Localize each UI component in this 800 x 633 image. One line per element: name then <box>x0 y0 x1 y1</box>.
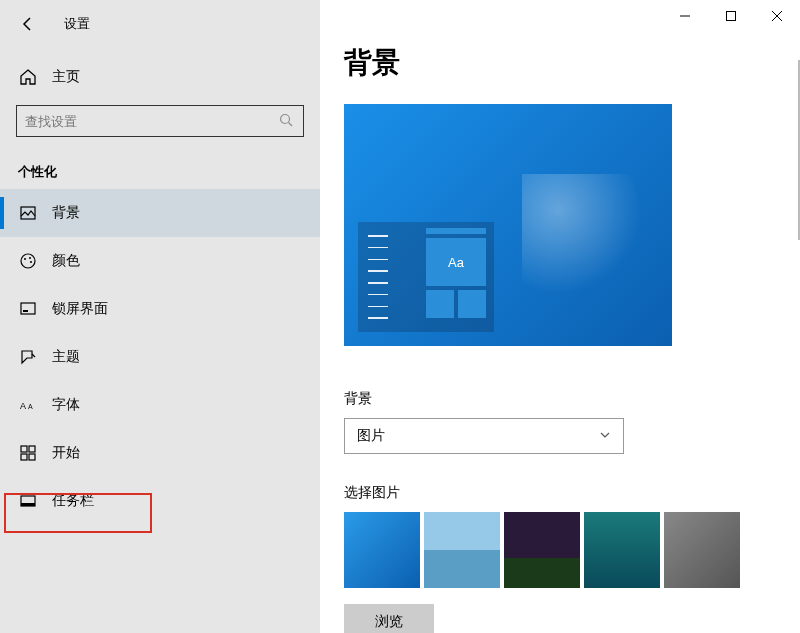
svg-rect-14 <box>29 454 35 460</box>
svg-rect-18 <box>727 12 736 21</box>
dropdown-value: 图片 <box>357 427 385 445</box>
sidebar-item-start[interactable]: 开始 <box>0 429 320 477</box>
svg-rect-13 <box>21 454 27 460</box>
sidebar-item-label: 背景 <box>52 204 80 222</box>
thumbnail[interactable] <box>584 512 660 588</box>
close-icon <box>772 11 782 21</box>
maximize-icon <box>726 11 736 21</box>
search-icon <box>279 113 295 129</box>
browse-button[interactable]: 浏览 <box>344 604 434 633</box>
palette-icon <box>18 251 38 271</box>
svg-rect-8 <box>23 310 28 312</box>
home-icon <box>18 67 38 87</box>
close-button[interactable] <box>754 0 800 32</box>
sidebar-item-label: 开始 <box>52 444 80 462</box>
sidebar-item-label: 任务栏 <box>52 492 94 510</box>
thumbnail[interactable] <box>664 512 740 588</box>
thumbnail[interactable] <box>344 512 420 588</box>
svg-rect-12 <box>29 446 35 452</box>
sidebar-item-label: 主题 <box>52 348 80 366</box>
main-content: 背景 Aa 背景 图片 选择图片 <box>320 0 800 633</box>
window-controls <box>662 0 800 32</box>
minimize-button[interactable] <box>662 0 708 32</box>
picture-thumbnails <box>344 512 800 588</box>
preview-start-menu <box>358 222 420 332</box>
search-input[interactable] <box>25 114 279 129</box>
sidebar-item-taskbar[interactable]: 任务栏 <box>0 477 320 525</box>
background-type-dropdown[interactable]: 图片 <box>344 418 624 454</box>
image-icon <box>18 203 38 223</box>
svg-text:A: A <box>20 401 26 411</box>
lockscreen-icon <box>18 299 38 319</box>
titlebar: 设置 <box>0 0 320 48</box>
sidebar-item-label: 字体 <box>52 396 80 414</box>
theme-icon <box>18 347 38 367</box>
preview-image: Aa <box>344 104 672 346</box>
svg-point-3 <box>21 254 35 268</box>
svg-rect-16 <box>21 503 35 506</box>
taskbar-icon <box>18 491 38 511</box>
preview-tiles: Aa <box>420 222 494 332</box>
svg-point-6 <box>30 261 32 263</box>
home-label: 主页 <box>52 68 80 86</box>
page-title: 背景 <box>344 44 800 82</box>
sidebar-item-label: 锁屏界面 <box>52 300 108 318</box>
thumbnail[interactable] <box>424 512 500 588</box>
sidebar-item-themes[interactable]: 主题 <box>0 333 320 381</box>
svg-line-1 <box>289 123 293 127</box>
svg-point-0 <box>281 115 290 124</box>
back-button[interactable] <box>16 12 40 36</box>
sidebar-item-lockscreen[interactable]: 锁屏界面 <box>0 285 320 333</box>
maximize-button[interactable] <box>708 0 754 32</box>
arrow-left-icon <box>20 16 36 32</box>
thumbnail[interactable] <box>504 512 580 588</box>
chevron-down-icon <box>599 428 611 444</box>
dropdown-label: 背景 <box>344 390 800 408</box>
home-nav[interactable]: 主页 <box>0 55 320 99</box>
search-input-wrap[interactable] <box>16 105 304 137</box>
window-title: 设置 <box>64 15 90 33</box>
sidebar-item-label: 颜色 <box>52 252 80 270</box>
font-icon: AA <box>18 395 38 415</box>
sidebar-item-fonts[interactable]: AA 字体 <box>0 381 320 429</box>
choose-picture-label: 选择图片 <box>344 484 800 502</box>
svg-rect-7 <box>21 303 35 314</box>
category-label: 个性化 <box>0 137 320 189</box>
svg-point-4 <box>24 258 26 260</box>
sidebar: 设置 主页 个性化 背景 颜色 锁屏界面 <box>0 0 320 633</box>
sidebar-item-background[interactable]: 背景 <box>0 189 320 237</box>
svg-rect-11 <box>21 446 27 452</box>
preview-sample-text: Aa <box>426 238 486 286</box>
svg-text:A: A <box>28 403 33 410</box>
minimize-icon <box>680 11 690 21</box>
sidebar-item-colors[interactable]: 颜色 <box>0 237 320 285</box>
svg-point-5 <box>29 257 31 259</box>
start-icon <box>18 443 38 463</box>
